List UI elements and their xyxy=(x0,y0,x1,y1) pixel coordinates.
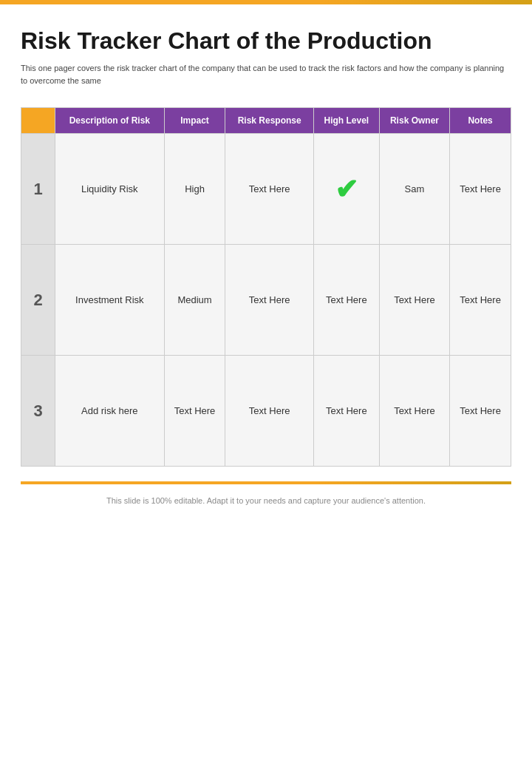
row-1-owner: Sam xyxy=(379,134,449,245)
row-1-impact: High xyxy=(164,134,225,245)
col-header-num xyxy=(21,108,55,134)
row-3-description: Add risk here xyxy=(55,356,165,467)
col-header-notes: Notes xyxy=(450,108,511,134)
row-3-response: Text Here xyxy=(225,356,313,467)
row-2-num: 2 xyxy=(21,245,55,356)
row-2-response: Text Here xyxy=(225,245,313,356)
row-2-impact: Medium xyxy=(164,245,225,356)
row-3-impact: Text Here xyxy=(164,356,225,467)
table-row: 1 Liquidity Risk High Text Here ✔ Sam Te… xyxy=(21,134,511,245)
bottom-bar xyxy=(21,481,511,484)
table-row: 2 Investment Risk Medium Text Here Text … xyxy=(21,245,511,356)
row-3-highlevel: Text Here xyxy=(313,356,379,467)
row-1-response: Text Here xyxy=(225,134,313,245)
row-3-num: 3 xyxy=(21,356,55,467)
col-header-response: Risk Response xyxy=(225,108,313,134)
row-3-owner: Text Here xyxy=(379,356,449,467)
row-2-highlevel: Text Here xyxy=(313,245,379,356)
table-row: 3 Add risk here Text Here Text Here Text… xyxy=(21,356,511,467)
checkmark-icon: ✔ xyxy=(335,174,358,205)
footer-text: This slide is 100% editable. Adapt it to… xyxy=(21,496,511,520)
col-header-owner: Risk Owner xyxy=(379,108,449,134)
row-2-description: Investment Risk xyxy=(55,245,165,356)
col-header-impact: Impact xyxy=(164,108,225,134)
table-header-row: Description of Risk Impact Risk Response… xyxy=(21,108,511,134)
row-1-num: 1 xyxy=(21,134,55,245)
row-2-owner: Text Here xyxy=(379,245,449,356)
row-2-notes: Text Here xyxy=(450,245,511,356)
page-title: Risk Tracker Chart of the Production xyxy=(21,27,511,55)
col-header-highlevel: High Level xyxy=(313,108,379,134)
row-1-notes: Text Here xyxy=(450,134,511,245)
row-1-description: Liquidity Risk xyxy=(55,134,165,245)
risk-table: Description of Risk Impact Risk Response… xyxy=(21,107,511,467)
page-description: This one pager covers the risk tracker c… xyxy=(21,62,508,87)
col-header-description: Description of Risk xyxy=(55,108,165,134)
row-1-highlevel: ✔ xyxy=(313,134,379,245)
row-3-notes: Text Here xyxy=(450,356,511,467)
